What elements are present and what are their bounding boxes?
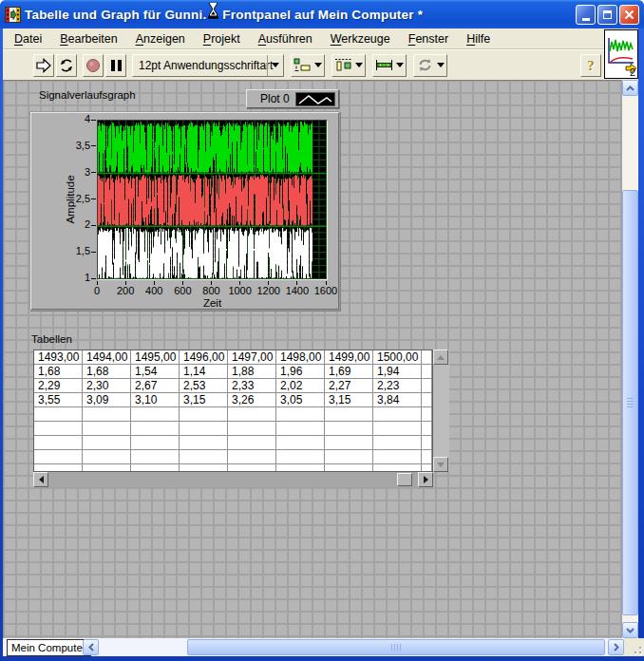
table-cell[interactable] <box>180 464 228 472</box>
table-cell[interactable] <box>228 407 276 422</box>
reorder-dropdown[interactable] <box>413 54 447 77</box>
pause-button[interactable] <box>105 54 126 77</box>
align-objects-dropdown[interactable] <box>291 54 325 77</box>
execution-target-tab[interactable]: Mein Computer <box>7 639 91 656</box>
table-cell[interactable] <box>83 422 131 436</box>
table-cell[interactable]: 1498,00 <box>276 350 325 365</box>
table-cell[interactable] <box>325 464 373 472</box>
table-cell[interactable] <box>34 407 83 422</box>
table-cell[interactable]: 2,67 <box>131 379 180 393</box>
table-cell[interactable] <box>228 464 276 472</box>
table-cell[interactable] <box>180 407 228 422</box>
table-cell[interactable] <box>422 407 432 422</box>
resize-grip[interactable] <box>624 638 644 656</box>
stop-button[interactable] <box>83 54 104 77</box>
table-scroll-right-button[interactable] <box>418 472 433 487</box>
table-cell[interactable]: 3,55 <box>34 393 83 407</box>
table-cell[interactable] <box>131 422 180 436</box>
vi-icon-thumbnail[interactable]: 2 <box>604 29 638 79</box>
panel-horizontal-thumb[interactable] <box>187 639 605 655</box>
panel-scroll-left-button[interactable] <box>83 639 99 655</box>
table-cell[interactable] <box>422 436 432 450</box>
table-cell[interactable]: 1,68 <box>83 365 131 379</box>
table-cell[interactable]: 2,02 <box>276 379 325 393</box>
table-cell[interactable]: 1,94 <box>373 365 422 379</box>
table-cell[interactable]: 1,96 <box>276 365 325 379</box>
table-cell[interactable] <box>131 436 180 450</box>
table-cell[interactable] <box>131 450 180 464</box>
distribute-objects-dropdown[interactable] <box>331 54 366 77</box>
table-cell[interactable]: 3,84 <box>373 393 422 407</box>
table-cell[interactable] <box>276 436 325 450</box>
menu-item-projekt[interactable]: Projekt <box>198 30 246 47</box>
table-cell[interactable] <box>325 450 373 464</box>
table-cell[interactable] <box>422 464 432 472</box>
table-scroll-down-button[interactable] <box>433 457 448 472</box>
menu-item-bearbeiten[interactable]: Bearbeiten <box>54 30 123 47</box>
table-cell[interactable]: 2,23 <box>373 379 422 393</box>
table-cell[interactable]: 2,30 <box>83 379 131 393</box>
table-cell[interactable] <box>83 407 131 422</box>
help-button[interactable]: ? <box>580 54 601 77</box>
table-cell[interactable]: 3,10 <box>131 393 180 407</box>
table-cell[interactable] <box>180 422 228 436</box>
table-cell[interactable] <box>34 436 83 450</box>
font-settings-dropdown[interactable]: 12pt Anwendungsschriftart <box>132 54 284 77</box>
table-cell[interactable] <box>228 422 276 436</box>
data-table[interactable]: 1493,001494,001495,001496,001497,001498,… <box>33 349 433 472</box>
table-cell[interactable]: 2,53 <box>180 379 228 393</box>
table-cell[interactable] <box>325 407 373 422</box>
panel-scroll-right-button[interactable] <box>608 639 624 655</box>
table-cell[interactable] <box>422 379 432 393</box>
table-cell[interactable] <box>83 464 131 472</box>
table-cell[interactable] <box>373 436 422 450</box>
panel-vertical-scrollbar[interactable] <box>622 80 638 638</box>
table-cell[interactable]: 1500,00 <box>373 350 422 365</box>
table-cell[interactable]: 1497,00 <box>228 350 276 365</box>
table-cell[interactable] <box>180 436 228 450</box>
table-cell[interactable] <box>83 436 131 450</box>
close-button[interactable] <box>619 5 639 25</box>
table-horizontal-thumb[interactable] <box>397 473 412 486</box>
menu-item-ausführen[interactable]: Ausführen <box>253 30 318 47</box>
table-cell[interactable]: 1495,00 <box>131 350 180 365</box>
table-cell[interactable]: 2,29 <box>34 379 83 393</box>
table-cell[interactable] <box>228 450 276 464</box>
table-horizontal-scrollbar[interactable] <box>33 472 433 487</box>
resize-objects-dropdown[interactable] <box>372 54 407 77</box>
table-cell[interactable] <box>422 350 432 365</box>
table-cell[interactable] <box>276 407 325 422</box>
panel-vertical-trough[interactable] <box>622 96 638 622</box>
table-cell[interactable] <box>325 436 373 450</box>
panel-scroll-up-button[interactable] <box>622 80 638 96</box>
table-cell[interactable]: 2,33 <box>228 379 276 393</box>
table-cell[interactable] <box>131 464 180 472</box>
table-cell[interactable]: 1494,00 <box>83 350 131 365</box>
menu-item-datei[interactable]: Datei <box>9 30 47 47</box>
table-cell[interactable] <box>373 450 422 464</box>
table-cell[interactable] <box>373 422 422 436</box>
table-cell[interactable] <box>325 422 373 436</box>
menu-item-hilfe[interactable]: Hilfe <box>461 30 496 47</box>
table-cell[interactable]: 3,15 <box>325 393 373 407</box>
front-panel[interactable]: Signalverlaufsgraph Plot 0 Amplitude Zei… <box>3 80 622 638</box>
waveform-graph[interactable]: Amplitude Zeit <box>29 111 340 311</box>
table-cell[interactable] <box>34 422 83 436</box>
table-cell[interactable]: 2,27 <box>325 379 373 393</box>
table-cell[interactable]: 1,14 <box>180 365 228 379</box>
table-cell[interactable] <box>276 422 325 436</box>
table-cell[interactable]: 3,09 <box>83 393 131 407</box>
maximize-button[interactable] <box>597 5 617 25</box>
table-cell[interactable] <box>422 365 432 379</box>
menu-item-fenster[interactable]: Fenster <box>403 30 454 47</box>
panel-vertical-thumb[interactable] <box>622 190 638 615</box>
table-scroll-left-button[interactable] <box>33 472 48 487</box>
plot-legend[interactable]: Plot 0 <box>246 89 339 108</box>
menu-item-werkzeuge[interactable]: Werkzeuge <box>325 30 396 47</box>
table-cell[interactable] <box>422 393 432 407</box>
table-cell[interactable]: 1496,00 <box>180 350 228 365</box>
table-cell[interactable] <box>83 450 131 464</box>
run-continuous-button[interactable] <box>56 54 77 77</box>
table-cell[interactable] <box>34 464 83 472</box>
table-cell[interactable] <box>34 450 83 464</box>
